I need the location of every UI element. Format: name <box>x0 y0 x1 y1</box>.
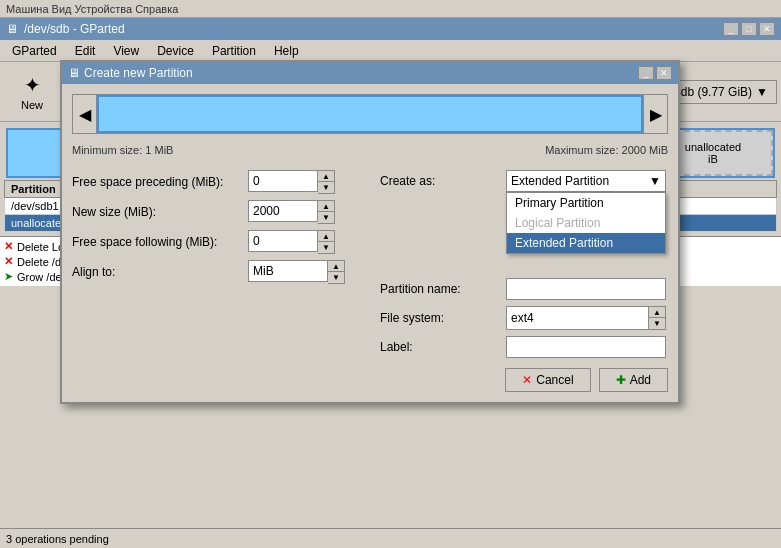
label-label: Label: <box>380 340 500 354</box>
partition-name-field[interactable] <box>506 278 666 300</box>
ops-delete-icon-2: ✕ <box>4 255 13 268</box>
dialog-partition-bar: ◀ ▶ <box>72 94 668 134</box>
new-size-label: New size (MiB): <box>72 205 242 219</box>
file-system-value: ext4 <box>507 309 648 327</box>
option-primary[interactable]: Primary Partition <box>507 193 665 213</box>
free-space-following-label: Free space following (MiB): <box>72 235 242 249</box>
dialog-body: ◀ ▶ Minimum size: 1 MiB Maximum size: 20… <box>62 84 678 402</box>
new-icon: ✦ <box>24 73 41 97</box>
menu-bar: GParted Edit View Device Partition Help <box>0 40 781 62</box>
min-size-info: Minimum size: 1 MiB <box>72 144 173 156</box>
dropdown-arrow-icon: ▼ <box>649 174 661 188</box>
window-title: /dev/sdb - GParted <box>24 22 125 36</box>
partition-name-label: Partition name: <box>380 282 500 296</box>
unallocated-size: iB <box>708 153 718 165</box>
dialog-title: Create new Partition <box>84 66 193 80</box>
unallocated-label: unallocated <box>685 141 741 153</box>
create-as-dropdown[interactable]: Extended Partition ▼ Primary Partition L… <box>506 170 666 192</box>
free-space-preceding-spinner[interactable]: ▲ ▼ <box>318 170 335 194</box>
partition-right-arrow[interactable]: ▶ <box>643 95 667 133</box>
dialog-buttons: ✕ Cancel ✚ Add <box>72 368 668 392</box>
dialog-icon: 🖥 <box>68 66 80 80</box>
align-to-select[interactable]: MiB ▲ ▼ <box>248 260 345 284</box>
pending-label: 3 operations pending <box>6 533 109 545</box>
menu-gparted[interactable]: GParted <box>4 42 65 60</box>
title-bar-controls: _ □ ✕ <box>723 22 775 36</box>
cancel-label: Cancel <box>536 373 573 387</box>
spin-up[interactable]: ▲ <box>318 171 334 182</box>
os-title-bar: Машина Вид Устройства Справка <box>0 0 781 18</box>
file-system-spinner[interactable]: ▲ ▼ <box>648 307 665 329</box>
spin-up[interactable]: ▲ <box>318 201 334 212</box>
os-title-text: Машина Вид Устройства Справка <box>6 3 178 15</box>
label-field[interactable] <box>506 336 666 358</box>
close-button[interactable]: ✕ <box>759 22 775 36</box>
max-size-info: Maximum size: 2000 MiB <box>545 144 668 156</box>
free-space-following-field[interactable]: 0 <box>248 230 318 252</box>
free-space-following-spinner[interactable]: ▲ ▼ <box>318 230 335 254</box>
free-space-following-row: Free space following (MiB): 0 ▲ ▼ <box>72 230 360 254</box>
free-space-preceding-input[interactable]: 0 ▲ ▼ <box>248 170 335 194</box>
cancel-button[interactable]: ✕ Cancel <box>505 368 590 392</box>
spin-down[interactable]: ▼ <box>318 242 334 253</box>
dialog-minimize-button[interactable]: _ <box>638 66 654 80</box>
new-button[interactable]: ✦ New <box>4 65 60 119</box>
menu-view[interactable]: View <box>105 42 147 60</box>
create-as-row: Create as: Extended Partition ▼ Primary … <box>380 170 668 192</box>
cancel-icon: ✕ <box>522 373 532 387</box>
menu-partition[interactable]: Partition <box>204 42 264 60</box>
title-bar-left: 🖥 /dev/sdb - GParted <box>6 22 125 36</box>
spin-down[interactable]: ▼ <box>318 212 334 223</box>
align-to-row: Align to: MiB ▲ ▼ <box>72 260 360 284</box>
new-size-input[interactable]: 2000 ▲ ▼ <box>248 200 335 224</box>
file-system-label: File system: <box>380 311 500 325</box>
create-as-value: Extended Partition <box>511 174 609 188</box>
align-to-field[interactable]: MiB <box>248 260 328 282</box>
dialog-partition-fill <box>97 95 643 133</box>
add-label: Add <box>630 373 651 387</box>
create-as-menu: Primary Partition Logical Partition Exte… <box>506 192 666 254</box>
form-right-col: Create as: Extended Partition ▼ Primary … <box>380 170 668 358</box>
dialog-close-button[interactable]: ✕ <box>656 66 672 80</box>
fs-spin-up[interactable]: ▲ <box>649 307 665 318</box>
menu-device[interactable]: Device <box>149 42 202 60</box>
create-as-label: Create as: <box>380 174 500 188</box>
free-space-following-input[interactable]: 0 ▲ ▼ <box>248 230 335 254</box>
form-left-col: Free space preceding (MiB): 0 ▲ ▼ New si… <box>72 170 360 358</box>
status-bar: 3 operations pending <box>0 528 781 548</box>
new-size-field[interactable]: 2000 <box>248 200 318 222</box>
menu-edit[interactable]: Edit <box>67 42 104 60</box>
label-row: Label: <box>380 336 668 358</box>
app-icon: 🖥 <box>6 22 18 36</box>
free-space-preceding-label: Free space preceding (MiB): <box>72 175 242 189</box>
align-to-spinner[interactable]: ▲ ▼ <box>328 260 345 284</box>
spin-up[interactable]: ▲ <box>318 231 334 242</box>
ops-delete-icon-1: ✕ <box>4 240 13 253</box>
minimize-button[interactable]: _ <box>723 22 739 36</box>
dialog-title-bar: 🖥 Create new Partition _ ✕ <box>62 62 678 84</box>
create-as-selected[interactable]: Extended Partition ▼ <box>506 170 666 192</box>
dialog-form: Free space preceding (MiB): 0 ▲ ▼ New si… <box>72 170 668 358</box>
spin-up[interactable]: ▲ <box>328 261 344 272</box>
new-size-spinner[interactable]: ▲ ▼ <box>318 200 335 224</box>
window-title-bar: 🖥 /dev/sdb - GParted _ □ ✕ <box>0 18 781 40</box>
option-logical: Logical Partition <box>507 213 665 233</box>
fs-spin-down[interactable]: ▼ <box>649 318 665 329</box>
partition-left-arrow[interactable]: ◀ <box>73 95 97 133</box>
align-to-label: Align to: <box>72 265 242 279</box>
free-space-preceding-field[interactable]: 0 <box>248 170 318 192</box>
create-partition-dialog: 🖥 Create new Partition _ ✕ ◀ ▶ Minimum s… <box>60 60 680 404</box>
add-icon: ✚ <box>616 373 626 387</box>
menu-help[interactable]: Help <box>266 42 307 60</box>
add-button[interactable]: ✚ Add <box>599 368 668 392</box>
spin-down[interactable]: ▼ <box>318 182 334 193</box>
partition-name-row: Partition name: <box>380 278 668 300</box>
maximize-button[interactable]: □ <box>741 22 757 36</box>
device-dropdown-icon: ▼ <box>756 85 768 99</box>
ops-grow-icon: ➤ <box>4 270 13 283</box>
new-label: New <box>21 99 43 111</box>
option-extended[interactable]: Extended Partition <box>507 233 665 253</box>
spin-down[interactable]: ▼ <box>328 272 344 283</box>
new-size-row: New size (MiB): 2000 ▲ ▼ <box>72 200 360 224</box>
free-space-preceding-row: Free space preceding (MiB): 0 ▲ ▼ <box>72 170 360 194</box>
